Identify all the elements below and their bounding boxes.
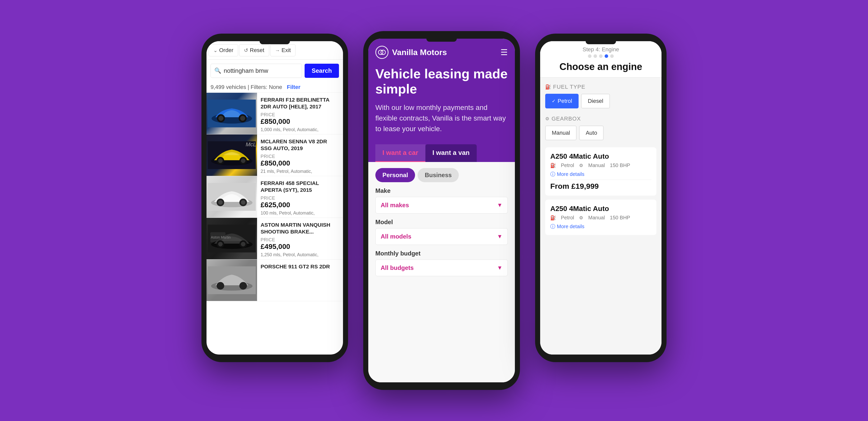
- results-count: 9,499 vehicles: [211, 84, 246, 90]
- toggle-business[interactable]: Business: [417, 168, 459, 182]
- exit-label: Exit: [282, 47, 291, 54]
- budget-dropdown-icon: ▼: [497, 265, 502, 271]
- result-card-2[interactable]: A250 4Matic Auto ⛽ Petrol ⚙ Manual 150 B…: [545, 200, 656, 235]
- result-bhp-2: 150 BHP: [610, 215, 630, 221]
- vanilla-tabs: I want a car I want a van: [368, 144, 515, 162]
- result-bhp-1: 150 BHP: [610, 162, 630, 168]
- search-button[interactable]: Search: [305, 64, 339, 78]
- car-info: FERRARI 458 SPECIAL APERTA (SYT), 2015 P…: [257, 176, 343, 218]
- reset-button[interactable]: ↺ Reset: [239, 44, 269, 56]
- info-icon-1: ⓘ: [550, 171, 555, 177]
- make-select[interactable]: All makes ▼: [375, 197, 508, 214]
- exit-button[interactable]: → Exit: [270, 44, 296, 56]
- table-row[interactable]: FERRARI F12 BERLINETTA 2DR AUTO [HELE], …: [207, 93, 343, 134]
- car-price: £850,000: [260, 159, 339, 167]
- car-price: £625,000: [260, 201, 339, 209]
- car-price: £850,000: [260, 118, 339, 126]
- step-dot-4: [604, 54, 608, 58]
- engine-header: Step 4: Engine Choose an engine: [540, 41, 661, 77]
- result-fuel-1: Petrol: [561, 162, 574, 168]
- vanilla-hero: Vehicle leasing made simple With our low…: [368, 59, 515, 144]
- logo-text: Vanilla Motors: [392, 48, 447, 57]
- make-field: Make All makes ▼: [375, 187, 508, 214]
- model-select[interactable]: All models ▼: [375, 228, 508, 245]
- result-card-1[interactable]: A250 4Matic Auto ⛽ Petrol ⚙ Manual 150 B…: [545, 147, 656, 196]
- hamburger-icon[interactable]: ☰: [500, 47, 508, 57]
- step-dots: [545, 54, 656, 58]
- engine-app: Step 4: Engine Choose an engine ⛽ FUEL T…: [540, 41, 661, 355]
- fuel-spec-icon-2: ⛽: [550, 215, 556, 221]
- vanilla-app: Vanilla Motors ☰ Vehicle leasing made si…: [368, 39, 515, 382]
- search-icon: 🔍: [214, 67, 221, 74]
- chip-manual[interactable]: Manual: [545, 126, 577, 140]
- gearbox-spec-icon: ⚙: [579, 163, 583, 168]
- phone-engine-screen: Step 4: Engine Choose an engine ⛽ FUEL T…: [540, 41, 661, 355]
- car-list: FERRARI F12 BERLINETTA 2DR AUTO [HELE], …: [207, 93, 343, 355]
- car-info: PORSCHE 911 GT2 RS 2DR: [257, 260, 343, 301]
- budget-value: All budgets: [381, 264, 414, 271]
- result-fuel-2: Petrol: [561, 215, 574, 221]
- model-label: Model: [375, 219, 508, 226]
- car-thumbnail: Aston Martin: [207, 218, 257, 259]
- result-gearbox-1: Manual: [588, 162, 605, 168]
- svg-point-12: [241, 158, 245, 163]
- reset-label: Reset: [250, 47, 264, 54]
- chip-auto[interactable]: Auto: [579, 126, 603, 140]
- car-price: £495,000: [260, 242, 339, 251]
- reset-icon: ↺: [244, 47, 248, 53]
- step-dot-1: [588, 54, 591, 58]
- tab-van[interactable]: I want a van: [425, 144, 477, 162]
- svg-point-30: [239, 282, 247, 290]
- car-name: PORSCHE 911 GT2 RS 2DR: [260, 263, 339, 270]
- car-details: 1,250 mls, Petrol, Automatic,: [260, 252, 339, 258]
- order-label: Order: [219, 47, 233, 54]
- order-button[interactable]: ⌄ Order: [209, 44, 238, 56]
- svg-text:Aston Martin: Aston Martin: [211, 235, 231, 239]
- car-name: FERRARI 458 SPECIAL APERTA (SYT), 2015: [260, 180, 339, 194]
- car-name: FERRARI F12 BERLINETTA 2DR AUTO [HELE], …: [260, 96, 339, 110]
- more-details-link-2[interactable]: ⓘ More details: [550, 223, 651, 230]
- result-price-1: From £19,999: [550, 180, 651, 191]
- budget-field: Monthly budget All budgets ▼: [375, 250, 508, 276]
- svg-point-29: [217, 282, 224, 290]
- engine-body: ⛽ FUEL TYPE ✓ Petrol Diesel: [540, 77, 661, 355]
- filter-link[interactable]: Filter: [287, 84, 301, 90]
- phone-vanilla-screen: Vanilla Motors ☰ Vehicle leasing made si…: [368, 39, 515, 382]
- search-toolbar: ⌄ Order ↺ Reset → Exit: [207, 41, 343, 60]
- table-row[interactable]: FERRARI 458 SPECIAL APERTA (SYT), 2015 P…: [207, 176, 343, 218]
- model-field: Model All models ▼: [375, 219, 508, 245]
- budget-select[interactable]: All budgets ▼: [375, 260, 508, 276]
- hero-subtitle: With our low monthly payments and flexib…: [375, 102, 508, 134]
- model-dropdown-icon: ▼: [497, 233, 502, 240]
- car-name: ASTON MARTIN VANQUISH SHOOTING BRAKE...: [260, 221, 339, 235]
- table-row[interactable]: Aston Martin ASTON MARTIN VANQUISH SHOOT…: [207, 218, 343, 260]
- fuel-chips: ✓ Petrol Diesel: [545, 94, 656, 108]
- check-icon: ✓: [552, 98, 556, 104]
- step-dot-3: [599, 54, 602, 58]
- more-details-link-1[interactable]: ⓘ More details: [550, 171, 651, 177]
- table-row[interactable]: PORSCHE 911 GT2 RS 2DR: [207, 260, 343, 301]
- step-dot-5: [610, 54, 614, 58]
- toggle-personal[interactable]: Personal: [375, 168, 415, 182]
- car-price-label: PRICE: [260, 196, 339, 201]
- step-label: Step 4: Engine: [545, 46, 656, 53]
- exit-icon: →: [275, 47, 280, 53]
- search-app: ⌄ Order ↺ Reset → Exit 🔍: [207, 41, 343, 355]
- make-value: All makes: [381, 202, 409, 209]
- phone-engine: Step 4: Engine Choose an engine ⛽ FUEL T…: [535, 34, 666, 362]
- car-thumbnail: [207, 93, 257, 134]
- vanilla-header: Vanilla Motors ☰: [368, 39, 515, 59]
- table-row[interactable]: McLaren: [207, 134, 343, 176]
- chip-petrol[interactable]: ✓ Petrol: [545, 94, 579, 108]
- model-value: All models: [381, 233, 411, 240]
- phone-search: ⌄ Order ↺ Reset → Exit 🔍: [202, 34, 348, 362]
- tab-car[interactable]: I want a car: [375, 144, 425, 162]
- svg-point-10: [218, 158, 223, 163]
- results-separator: |: [248, 84, 251, 90]
- svg-point-25: [241, 242, 245, 247]
- car-thumbnail: [207, 176, 257, 218]
- search-input[interactable]: [224, 67, 298, 74]
- step-dot-2: [593, 54, 597, 58]
- chip-diesel[interactable]: Diesel: [581, 94, 610, 108]
- car-thumbnail: [207, 260, 257, 301]
